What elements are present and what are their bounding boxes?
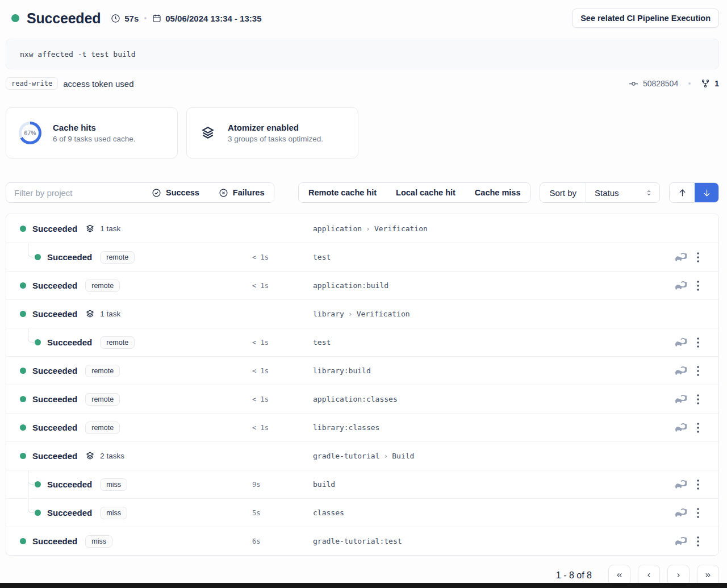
- gradle-icon: [674, 394, 687, 404]
- gradle-icon: [674, 366, 687, 376]
- target-name: Verification: [357, 310, 410, 318]
- kebab-menu-icon[interactable]: [695, 250, 701, 265]
- page-info-label: 1 - 8 of 8: [556, 570, 592, 581]
- cache-hits-card[interactable]: 67% Cache hits 6 of 9 tasks used cache.: [6, 107, 178, 159]
- task-group-meta: 2 tasks: [85, 451, 124, 461]
- task-name[interactable]: test: [313, 253, 331, 261]
- table-row[interactable]: Succeeded remote < 1s application:build: [6, 271, 718, 299]
- success-filter-button[interactable]: Success: [142, 183, 209, 202]
- table-row[interactable]: Succeeded remote < 1s library:classes: [6, 413, 718, 441]
- sort-direction-group: [669, 182, 719, 203]
- duration-label: 6s: [252, 537, 260, 545]
- gradle-icon: [674, 536, 687, 546]
- status-dot: [20, 311, 26, 317]
- duration-label: 5s: [252, 509, 260, 517]
- sort-ascending-button[interactable]: [670, 183, 695, 202]
- failures-filter-label: Failures: [233, 188, 265, 197]
- layers-icon: [85, 223, 95, 234]
- layers-icon: [199, 124, 216, 141]
- table-row[interactable]: Succeeded 1 task library›Verification: [6, 299, 718, 328]
- project-path: application›Verification: [313, 224, 428, 233]
- commit-icon: [629, 79, 638, 89]
- duration-label: < 1s: [252, 395, 269, 403]
- table-row[interactable]: Succeeded 2 tasks gradle-tutorial›Build: [6, 441, 718, 470]
- task-name[interactable]: gradle-tutorial:test: [313, 537, 402, 545]
- atomizer-card[interactable]: Atomizer enabled 3 groups of tasks optim…: [186, 107, 358, 159]
- project-name[interactable]: application: [313, 224, 362, 233]
- row-status-label: Succeeded: [47, 337, 92, 347]
- kebab-menu-icon[interactable]: [695, 534, 701, 549]
- cache-status-badge: remote: [100, 336, 135, 349]
- sort-descending-button[interactable]: [695, 183, 718, 202]
- status-dot: [20, 396, 26, 402]
- status-dot: [20, 453, 26, 459]
- cache-status-badge: remote: [100, 251, 135, 264]
- status-dot: [35, 254, 41, 260]
- task-name[interactable]: library:classes: [313, 423, 379, 432]
- date-range-label: 05/06/2024 13:34 - 13:35: [165, 14, 261, 23]
- project-path: library›Verification: [313, 310, 410, 318]
- task-name[interactable]: application:classes: [313, 395, 398, 403]
- table-row[interactable]: Succeeded remote < 1s test: [6, 328, 718, 356]
- task-name[interactable]: application:build: [313, 281, 388, 290]
- kebab-menu-icon[interactable]: [695, 335, 701, 350]
- calendar-icon: [152, 14, 161, 23]
- commit-id[interactable]: 50828504: [643, 79, 678, 88]
- sort-select[interactable]: Status: [586, 183, 659, 202]
- duration-label: < 1s: [252, 367, 269, 375]
- duration-label: < 1s: [252, 424, 269, 432]
- table-row[interactable]: Succeeded remote < 1s test: [6, 243, 718, 271]
- duration-label: 57s: [124, 14, 139, 23]
- row-status-label: Succeeded: [32, 423, 77, 432]
- task-name[interactable]: build: [313, 480, 335, 489]
- tree-connector-line: [28, 243, 35, 257]
- row-status-label: Succeeded: [32, 224, 77, 233]
- project-filter-group: Success Failures: [6, 182, 274, 203]
- status-dot: [20, 538, 26, 544]
- remote-cache-hit-button[interactable]: Remote cache hit: [299, 183, 386, 202]
- table-row[interactable]: Succeeded miss 5s classes: [6, 498, 718, 527]
- clock-icon: [111, 14, 120, 23]
- kebab-menu-icon[interactable]: [695, 392, 701, 407]
- run-meta: 50828504 1: [629, 79, 719, 89]
- task-name[interactable]: classes: [313, 508, 344, 517]
- table-row[interactable]: Succeeded remote < 1s application:classe…: [6, 385, 718, 413]
- token-line: read-write access token used 50828504 1: [6, 77, 719, 90]
- local-cache-hit-button[interactable]: Local cache hit: [386, 183, 465, 202]
- cache-miss-button[interactable]: Cache miss: [465, 183, 530, 202]
- status-dot: [20, 282, 26, 289]
- kebab-menu-icon[interactable]: [695, 278, 701, 293]
- task-name[interactable]: library:build: [313, 366, 371, 375]
- filter-input[interactable]: [6, 183, 142, 202]
- task-name[interactable]: test: [313, 338, 331, 347]
- path-separator: ›: [366, 224, 370, 233]
- kebab-menu-icon[interactable]: [695, 420, 701, 435]
- date-meta: 05/06/2024 13:34 - 13:35: [152, 14, 261, 23]
- kebab-menu-icon[interactable]: [695, 364, 701, 378]
- kebab-menu-icon[interactable]: [695, 506, 701, 520]
- cache-status-badge: remote: [85, 365, 120, 377]
- arrow-up-icon: [678, 188, 687, 198]
- related-pipeline-button[interactable]: See related CI Pipeline Execution: [572, 9, 719, 28]
- cache-status-badge: remote: [85, 393, 120, 406]
- row-status-label: Succeeded: [47, 508, 92, 518]
- status-dot: [11, 14, 19, 22]
- duration-meta: 57s: [111, 14, 139, 23]
- cache-card-title: Cache hits: [53, 123, 136, 132]
- status-dot: [35, 510, 41, 516]
- table-row[interactable]: Succeeded remote < 1s library:build: [6, 356, 718, 385]
- status-dot: [35, 481, 41, 487]
- table-row[interactable]: Succeeded miss 6s gradle-tutorial:test: [6, 527, 718, 555]
- project-name[interactable]: gradle-tutorial: [313, 452, 379, 460]
- table-row[interactable]: Succeeded miss 9s build: [6, 470, 718, 498]
- target-name: Verification: [374, 224, 428, 233]
- row-status-label: Succeeded: [32, 281, 77, 290]
- table-row[interactable]: Succeeded 1 task application›Verificatio…: [6, 214, 718, 243]
- kebab-menu-icon[interactable]: [695, 477, 701, 492]
- cache-status-badge: remote: [85, 422, 120, 434]
- project-name[interactable]: library: [313, 310, 344, 318]
- failures-filter-button[interactable]: Failures: [209, 183, 274, 202]
- task-count-label: 1 task: [100, 310, 120, 318]
- separator-dot: [144, 17, 147, 19]
- row-status-label: Succeeded: [32, 451, 77, 461]
